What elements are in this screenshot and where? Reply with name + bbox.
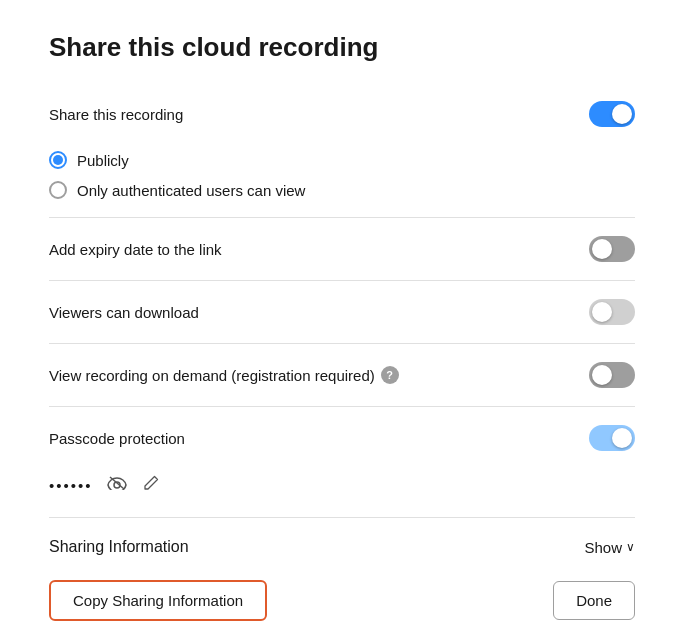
- divider-1: [49, 217, 635, 218]
- passcode-edit-icon[interactable]: [141, 473, 161, 497]
- passcode-label: Passcode protection: [49, 430, 185, 447]
- on-demand-toggle[interactable]: [589, 362, 635, 388]
- toggle-thumb-passcode: [612, 428, 632, 448]
- expiry-toggle[interactable]: [589, 236, 635, 262]
- done-button[interactable]: Done: [553, 581, 635, 620]
- radio-label-publicly: Publicly: [77, 152, 129, 169]
- expiry-row: Add expiry date to the link: [49, 222, 635, 276]
- copy-sharing-info-button[interactable]: Copy Sharing Information: [49, 580, 267, 621]
- visibility-options: Publicly Only authenticated users can vi…: [49, 141, 635, 213]
- radio-publicly[interactable]: Publicly: [49, 145, 635, 175]
- on-demand-row: View recording on demand (registration r…: [49, 348, 635, 402]
- download-label: Viewers can download: [49, 304, 199, 321]
- show-label: Show: [584, 539, 622, 556]
- radio-label-auth-only: Only authenticated users can view: [77, 182, 305, 199]
- on-demand-label: View recording on demand (registration r…: [49, 366, 399, 384]
- expiry-label: Add expiry date to the link: [49, 241, 222, 258]
- page-title: Share this cloud recording: [49, 32, 635, 63]
- download-toggle[interactable]: [589, 299, 635, 325]
- download-row: Viewers can download: [49, 285, 635, 339]
- passcode-eye-icon[interactable]: [105, 474, 129, 496]
- toggle-thumb-download: [592, 302, 612, 322]
- passcode-section: Passcode protection ••••••: [49, 411, 635, 513]
- share-recording-row: Share this recording: [49, 87, 635, 141]
- divider-3: [49, 343, 635, 344]
- sharing-info-row: Sharing Information Show ∨: [49, 522, 635, 572]
- toggle-thumb: [612, 104, 632, 124]
- passcode-icons-row: ••••••: [49, 465, 635, 509]
- toggle-thumb-on-demand: [592, 365, 612, 385]
- sharing-info-label: Sharing Information: [49, 538, 189, 556]
- radio-circle-publicly: [49, 151, 67, 169]
- passcode-value: ••••••: [49, 477, 93, 494]
- action-bar: Copy Sharing Information Done: [49, 572, 635, 621]
- radio-auth-only[interactable]: Only authenticated users can view: [49, 175, 635, 205]
- share-recording-label: Share this recording: [49, 106, 183, 123]
- divider-2: [49, 280, 635, 281]
- radio-circle-auth-only: [49, 181, 67, 199]
- on-demand-help-icon[interactable]: ?: [381, 366, 399, 384]
- divider-4: [49, 406, 635, 407]
- sharing-info-show-button[interactable]: Show ∨: [584, 539, 635, 556]
- chevron-down-icon: ∨: [626, 540, 635, 554]
- divider-5: [49, 517, 635, 518]
- share-recording-toggle[interactable]: [589, 101, 635, 127]
- passcode-row: Passcode protection: [49, 411, 635, 465]
- share-recording-card: Share this cloud recording Share this re…: [17, 0, 667, 640]
- toggle-thumb-expiry: [592, 239, 612, 259]
- passcode-toggle[interactable]: [589, 425, 635, 451]
